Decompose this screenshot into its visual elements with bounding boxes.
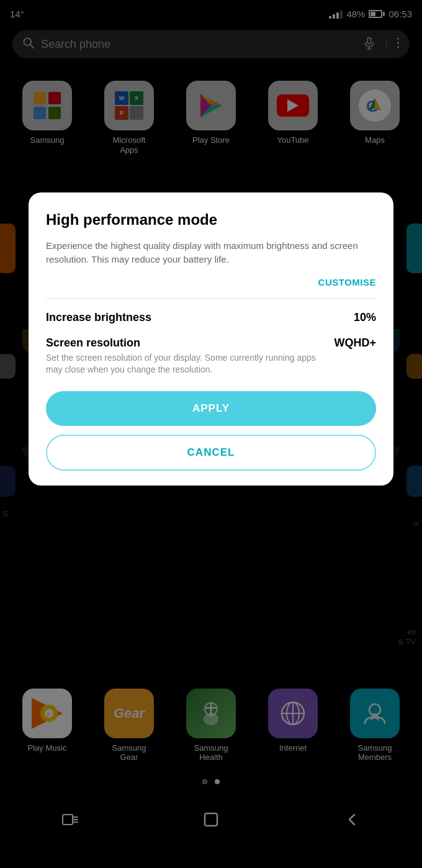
- dialog-description: Experience the highest quality display w…: [46, 239, 376, 267]
- resolution-value: WQHD+: [334, 337, 377, 350]
- high-performance-dialog: High performance mode Experience the hig…: [29, 192, 393, 486]
- resolution-description: Set the screen resolution of your displa…: [46, 352, 334, 376]
- brightness-label: Increase brightness: [46, 311, 151, 324]
- resolution-setting-row: Screen resolution Set the screen resolut…: [46, 337, 376, 376]
- customise-button[interactable]: CUSTOMISE: [318, 277, 376, 287]
- brightness-setting-row: Increase brightness 10%: [46, 311, 376, 324]
- brightness-value: 10%: [354, 311, 376, 324]
- dialog-divider: [46, 298, 376, 299]
- dialog-title: High performance mode: [46, 211, 376, 229]
- cancel-button[interactable]: CANCEL: [46, 435, 376, 471]
- resolution-label: Screen resolution: [46, 337, 334, 350]
- apply-button[interactable]: APPLY: [46, 391, 376, 426]
